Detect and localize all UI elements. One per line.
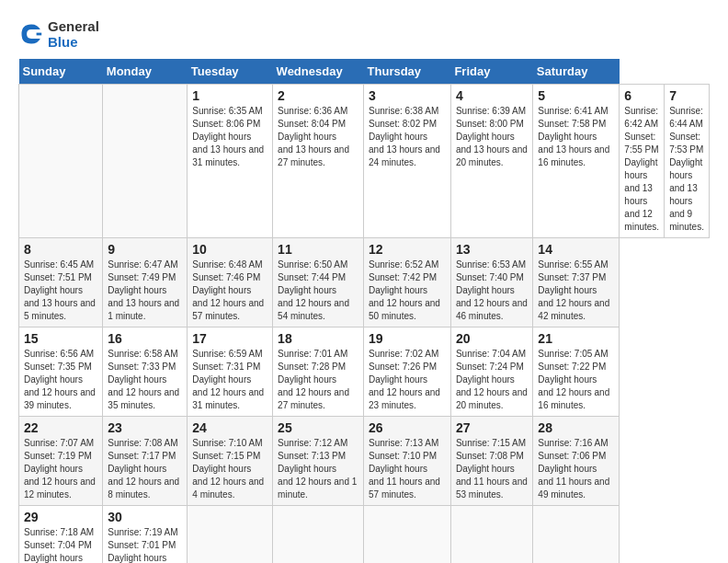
- day-number: 14: [538, 242, 614, 257]
- weekday-header-monday: Monday: [103, 59, 188, 85]
- calendar-cell: 29 Sunrise: 7:18 AM Sunset: 7:04 PM Dayl…: [19, 506, 103, 564]
- day-number: 2: [278, 88, 358, 103]
- calendar-cell: 18 Sunrise: 7:01 AM Sunset: 7:28 PM Dayl…: [273, 327, 364, 417]
- day-number: 1: [192, 88, 267, 103]
- calendar-cell: 17 Sunrise: 6:59 AM Sunset: 7:31 PM Dayl…: [188, 327, 273, 417]
- day-number: 21: [538, 331, 614, 346]
- day-info: Sunrise: 6:35 AM Sunset: 8:06 PM Dayligh…: [192, 105, 267, 169]
- day-info: Sunrise: 6:50 AM Sunset: 7:44 PM Dayligh…: [278, 259, 358, 323]
- day-number: 13: [456, 242, 528, 257]
- day-info: Sunrise: 7:16 AM Sunset: 7:06 PM Dayligh…: [538, 437, 614, 501]
- day-info: Sunrise: 6:52 AM Sunset: 7:42 PM Dayligh…: [369, 259, 446, 323]
- day-info: Sunrise: 6:58 AM Sunset: 7:33 PM Dayligh…: [108, 348, 182, 412]
- calendar-cell: 7 Sunrise: 6:44 AM Sunset: 7:53 PM Dayli…: [665, 85, 710, 238]
- day-number: 4: [456, 88, 528, 103]
- calendar-week-0: 1 Sunrise: 6:35 AM Sunset: 8:06 PM Dayli…: [19, 85, 710, 238]
- day-info: Sunrise: 7:12 AM Sunset: 7:13 PM Dayligh…: [278, 437, 358, 501]
- day-number: 8: [24, 242, 97, 257]
- calendar-cell: 3 Sunrise: 6:38 AM Sunset: 8:02 PM Dayli…: [364, 85, 451, 238]
- day-info: Sunrise: 6:48 AM Sunset: 7:46 PM Dayligh…: [192, 259, 267, 323]
- calendar-cell: [188, 506, 273, 564]
- day-info: Sunrise: 6:53 AM Sunset: 7:40 PM Dayligh…: [456, 259, 528, 323]
- logo: General Blue: [18, 18, 99, 50]
- calendar-week-3: 22 Sunrise: 7:07 AM Sunset: 7:19 PM Dayl…: [19, 417, 710, 506]
- day-number: 7: [669, 88, 704, 103]
- day-info: Sunrise: 7:05 AM Sunset: 7:22 PM Dayligh…: [538, 348, 614, 412]
- calendar-cell: 15 Sunrise: 6:56 AM Sunset: 7:35 PM Dayl…: [19, 327, 103, 417]
- day-number: 3: [369, 88, 446, 103]
- calendar-cell: 19 Sunrise: 7:02 AM Sunset: 7:26 PM Dayl…: [364, 327, 451, 417]
- day-number: 19: [369, 331, 446, 346]
- calendar-cell: [19, 85, 103, 238]
- calendar-cell: 8 Sunrise: 6:45 AM Sunset: 7:51 PM Dayli…: [19, 238, 103, 327]
- day-info: Sunrise: 7:04 AM Sunset: 7:24 PM Dayligh…: [456, 348, 528, 412]
- day-number: 23: [108, 420, 182, 435]
- calendar-cell: 22 Sunrise: 7:07 AM Sunset: 7:19 PM Dayl…: [19, 417, 103, 506]
- day-info: Sunrise: 6:38 AM Sunset: 8:02 PM Dayligh…: [369, 105, 446, 169]
- day-info: Sunrise: 7:08 AM Sunset: 7:17 PM Dayligh…: [108, 437, 182, 501]
- calendar-cell: 14 Sunrise: 6:55 AM Sunset: 7:37 PM Dayl…: [533, 238, 620, 327]
- day-info: Sunrise: 6:39 AM Sunset: 8:00 PM Dayligh…: [456, 105, 528, 169]
- calendar-table: SundayMondayTuesdayWednesdayThursdayFrid…: [18, 59, 710, 563]
- weekday-header-tuesday: Tuesday: [188, 59, 273, 85]
- weekday-header-friday: Friday: [450, 59, 532, 85]
- calendar-cell: 9 Sunrise: 6:47 AM Sunset: 7:49 PM Dayli…: [103, 238, 188, 327]
- calendar-cell: [273, 506, 364, 564]
- day-number: 22: [24, 420, 97, 435]
- logo-icon: [18, 21, 44, 47]
- calendar-cell: 20 Sunrise: 7:04 AM Sunset: 7:24 PM Dayl…: [450, 327, 532, 417]
- day-info: Sunrise: 7:13 AM Sunset: 7:10 PM Dayligh…: [369, 437, 446, 501]
- calendar-cell: 16 Sunrise: 6:58 AM Sunset: 7:33 PM Dayl…: [103, 327, 188, 417]
- calendar-cell: 11 Sunrise: 6:50 AM Sunset: 7:44 PM Dayl…: [273, 238, 364, 327]
- day-info: Sunrise: 6:47 AM Sunset: 7:49 PM Dayligh…: [108, 259, 182, 323]
- calendar-cell: 28 Sunrise: 7:16 AM Sunset: 7:06 PM Dayl…: [533, 417, 620, 506]
- day-info: Sunrise: 6:36 AM Sunset: 8:04 PM Dayligh…: [278, 105, 358, 169]
- calendar-cell: 12 Sunrise: 6:52 AM Sunset: 7:42 PM Dayl…: [364, 238, 451, 327]
- day-number: 25: [278, 420, 358, 435]
- calendar-cell: [533, 506, 620, 564]
- day-info: Sunrise: 6:44 AM Sunset: 7:53 PM Dayligh…: [669, 105, 704, 234]
- day-number: 20: [456, 331, 528, 346]
- day-number: 10: [192, 242, 267, 257]
- day-number: 28: [538, 420, 614, 435]
- day-number: 26: [369, 420, 446, 435]
- day-number: 16: [108, 331, 182, 346]
- calendar-cell: 5 Sunrise: 6:41 AM Sunset: 7:58 PM Dayli…: [533, 85, 620, 238]
- weekday-header-sunday: Sunday: [19, 59, 103, 85]
- day-number: 30: [108, 510, 182, 524]
- weekday-header-row: SundayMondayTuesdayWednesdayThursdayFrid…: [19, 59, 710, 85]
- day-number: 5: [538, 88, 614, 103]
- day-info: Sunrise: 7:10 AM Sunset: 7:15 PM Dayligh…: [192, 437, 267, 501]
- header-area: General Blue: [18, 18, 710, 50]
- day-info: Sunrise: 7:19 AM Sunset: 7:01 PM Dayligh…: [108, 526, 182, 563]
- day-number: 18: [278, 331, 358, 346]
- calendar-cell: 1 Sunrise: 6:35 AM Sunset: 8:06 PM Dayli…: [188, 85, 273, 238]
- day-info: Sunrise: 7:18 AM Sunset: 7:04 PM Dayligh…: [24, 526, 97, 563]
- calendar-cell: [364, 506, 451, 564]
- day-number: 24: [192, 420, 267, 435]
- calendar-week-1: 8 Sunrise: 6:45 AM Sunset: 7:51 PM Dayli…: [19, 238, 710, 327]
- day-number: 6: [624, 88, 659, 103]
- day-number: 11: [278, 242, 358, 257]
- calendar-week-2: 15 Sunrise: 6:56 AM Sunset: 7:35 PM Dayl…: [19, 327, 710, 417]
- calendar-cell: 21 Sunrise: 7:05 AM Sunset: 7:22 PM Dayl…: [533, 327, 620, 417]
- calendar-cell: 30 Sunrise: 7:19 AM Sunset: 7:01 PM Dayl…: [103, 506, 188, 564]
- day-number: 27: [456, 420, 528, 435]
- calendar-cell: 27 Sunrise: 7:15 AM Sunset: 7:08 PM Dayl…: [450, 417, 532, 506]
- day-info: Sunrise: 7:02 AM Sunset: 7:26 PM Dayligh…: [369, 348, 446, 412]
- day-info: Sunrise: 6:42 AM Sunset: 7:55 PM Dayligh…: [624, 105, 659, 234]
- day-info: Sunrise: 7:07 AM Sunset: 7:19 PM Dayligh…: [24, 437, 97, 501]
- day-info: Sunrise: 6:45 AM Sunset: 7:51 PM Dayligh…: [24, 259, 97, 323]
- calendar-cell: [103, 85, 188, 238]
- weekday-header-wednesday: Wednesday: [273, 59, 364, 85]
- day-info: Sunrise: 6:55 AM Sunset: 7:37 PM Dayligh…: [538, 259, 614, 323]
- day-info: Sunrise: 6:56 AM Sunset: 7:35 PM Dayligh…: [24, 348, 97, 412]
- day-number: 29: [24, 510, 97, 524]
- day-info: Sunrise: 6:59 AM Sunset: 7:31 PM Dayligh…: [192, 348, 267, 412]
- day-info: Sunrise: 7:15 AM Sunset: 7:08 PM Dayligh…: [456, 437, 528, 501]
- calendar-cell: 24 Sunrise: 7:10 AM Sunset: 7:15 PM Dayl…: [188, 417, 273, 506]
- day-number: 9: [108, 242, 182, 257]
- calendar-cell: 25 Sunrise: 7:12 AM Sunset: 7:13 PM Dayl…: [273, 417, 364, 506]
- calendar-week-4: 29 Sunrise: 7:18 AM Sunset: 7:04 PM Dayl…: [19, 506, 710, 564]
- weekday-header-saturday: Saturday: [533, 59, 620, 85]
